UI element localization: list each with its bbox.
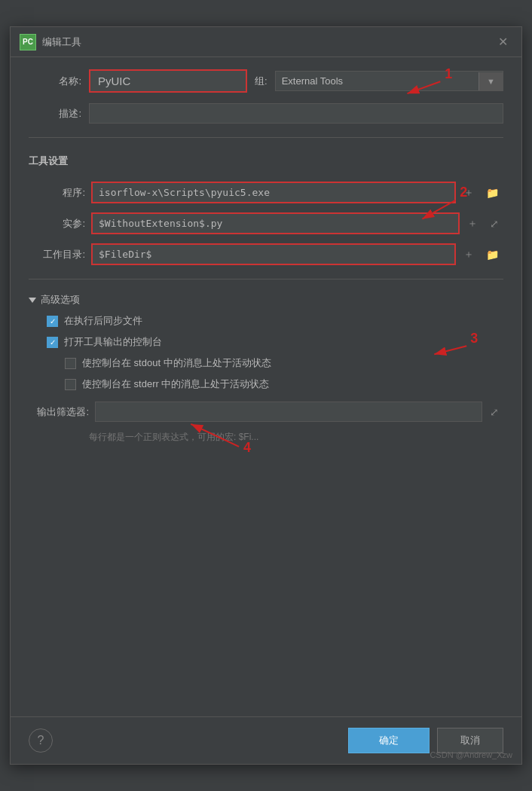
- sync-after-row: 在执行后同步文件: [29, 314, 503, 328]
- active-stdout-checkbox[interactable]: [65, 358, 76, 369]
- description-input[interactable]: [89, 103, 503, 124]
- help-button[interactable]: ?: [29, 728, 53, 753]
- program-add-button[interactable]: ＋: [459, 183, 478, 203]
- output-filter-row: 输出筛选器: ⤢: [29, 402, 503, 422]
- open-console-label: 打开工具输出的控制台: [64, 335, 162, 349]
- sync-after-label: 在执行后同步文件: [64, 314, 142, 328]
- close-button[interactable]: ✕: [494, 33, 512, 50]
- edit-tool-dialog: 1 2 3 4 PC 编辑工具 ✕ 名称: 组: Exter: [10, 26, 522, 765]
- arguments-label: 实参:: [29, 217, 85, 231]
- tool-settings-title: 工具设置: [29, 151, 503, 171]
- description-row: 描述:: [29, 103, 503, 124]
- program-label: 程序:: [29, 186, 85, 200]
- divider-1: [29, 137, 503, 138]
- open-console-checkbox[interactable]: [47, 337, 58, 348]
- footer-buttons: 确定 取消: [348, 728, 503, 753]
- ok-button[interactable]: 确定: [348, 728, 430, 753]
- output-filter-input[interactable]: [95, 402, 482, 422]
- app-icon: PC: [20, 34, 36, 50]
- group-select-container: External Tools ▼: [275, 71, 503, 91]
- working-dir-row: 工作目录: ＋ 📁: [29, 243, 503, 265]
- program-row: 程序: ＋ 📁: [29, 182, 503, 203]
- group-select-text: External Tools: [276, 72, 478, 90]
- open-console-row: 打开工具输出的控制台: [29, 335, 503, 349]
- arguments-expand-button[interactable]: ⤢: [485, 215, 503, 233]
- active-stderr-checkbox[interactable]: [65, 379, 76, 390]
- name-group-row: 名称: 组: External Tools ▼: [29, 69, 503, 93]
- output-filter-expand-button[interactable]: ⤢: [485, 403, 503, 421]
- working-dir-browse-button[interactable]: 📁: [482, 246, 503, 264]
- hint-text: 每行都是一个正则表达式，可用的宏: $Fi...: [29, 431, 503, 444]
- group-label: 组:: [255, 75, 268, 88]
- arguments-input-container: ＋ ⤢: [91, 212, 503, 234]
- advanced-title-row[interactable]: 高级选项: [29, 293, 503, 307]
- arguments-input[interactable]: [91, 212, 460, 234]
- watermark: CSDN @Andrew_Xzw: [430, 750, 512, 759]
- program-browse-button[interactable]: 📁: [482, 184, 503, 202]
- working-dir-input-container: ＋ 📁: [91, 243, 503, 265]
- tool-settings-section: 程序: ＋ 📁 实参: ＋ ⤢ 工作目录:: [29, 182, 503, 265]
- advanced-section: 高级选项 在执行后同步文件 打开工具输出的控制台 使控制台在 stdout 中的…: [29, 293, 503, 444]
- program-input[interactable]: [91, 182, 456, 203]
- output-filter-input-container: ⤢: [95, 402, 503, 422]
- working-dir-add-button[interactable]: ＋: [459, 245, 478, 264]
- dialog-title: 编辑工具: [42, 35, 81, 49]
- active-stderr-label: 使控制台在 stderr 中的消息上处于活动状态: [82, 377, 269, 391]
- active-stderr-row: 使控制台在 stderr 中的消息上处于活动状态: [29, 377, 503, 391]
- group-row: 组: External Tools ▼: [255, 71, 503, 91]
- arguments-add-button[interactable]: ＋: [463, 214, 482, 234]
- output-filter-label: 输出筛选器:: [29, 405, 89, 419]
- title-bar: PC 编辑工具 ✕: [11, 27, 521, 57]
- collapse-icon: [29, 298, 36, 303]
- active-stdout-row: 使控制台在 stdout 中的消息上处于活动状态: [29, 356, 503, 370]
- active-stdout-label: 使控制台在 stdout 中的消息上处于活动状态: [82, 356, 271, 370]
- sync-after-checkbox[interactable]: [47, 316, 58, 327]
- cancel-button[interactable]: 取消: [437, 728, 503, 753]
- advanced-options-label: 高级选项: [41, 293, 80, 307]
- name-label: 名称:: [29, 75, 81, 88]
- working-dir-input[interactable]: [91, 243, 456, 265]
- divider-2: [29, 279, 503, 279]
- arguments-row: 实参: ＋ ⤢: [29, 212, 503, 234]
- name-input[interactable]: [89, 69, 247, 93]
- group-dropdown-button[interactable]: ▼: [478, 72, 503, 90]
- working-dir-label: 工作目录:: [29, 248, 85, 261]
- description-label: 描述:: [29, 107, 81, 121]
- form-body: 名称: 组: External Tools ▼ 描述: 工具设置 程序:: [11, 57, 521, 716]
- program-input-container: ＋ 📁: [91, 182, 503, 203]
